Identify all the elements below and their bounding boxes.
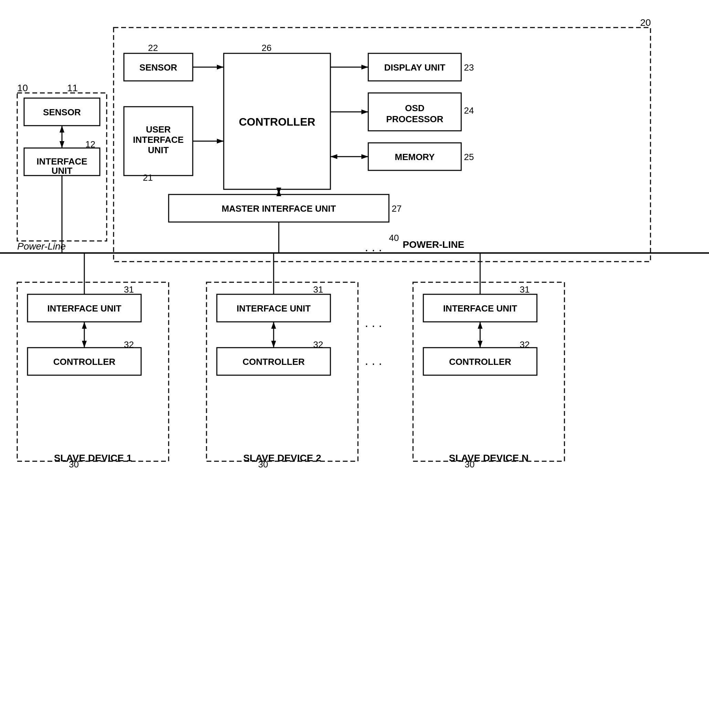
svg-text:32: 32 bbox=[313, 339, 323, 350]
svg-text:Power-Line: Power-Line bbox=[17, 241, 66, 252]
svg-rect-22 bbox=[224, 53, 330, 189]
svg-text:20: 20 bbox=[640, 17, 651, 28]
svg-text:SENSOR: SENSOR bbox=[43, 107, 81, 117]
svg-marker-41 bbox=[217, 139, 224, 143]
svg-text:CONTROLLER: CONTROLLER bbox=[243, 357, 305, 367]
svg-text:31: 31 bbox=[124, 284, 134, 295]
svg-text:32: 32 bbox=[520, 339, 530, 350]
svg-rect-2 bbox=[17, 93, 107, 241]
svg-text:SLAVE DEVICE 1: SLAVE DEVICE 1 bbox=[54, 453, 132, 463]
svg-rect-87 bbox=[413, 282, 565, 461]
svg-marker-51 bbox=[276, 189, 281, 196]
svg-text:11: 11 bbox=[67, 83, 78, 93]
svg-rect-76 bbox=[217, 294, 330, 322]
svg-text:INTERFACE UNIT: INTERFACE UNIT bbox=[47, 303, 121, 314]
svg-marker-98 bbox=[478, 341, 483, 348]
svg-text:SENSOR: SENSOR bbox=[139, 62, 177, 73]
svg-marker-43 bbox=[361, 65, 368, 70]
svg-text:31: 31 bbox=[520, 284, 530, 295]
svg-marker-13 bbox=[60, 141, 64, 148]
svg-text:30: 30 bbox=[465, 459, 475, 470]
svg-marker-70 bbox=[82, 341, 87, 348]
svg-text:22: 22 bbox=[148, 43, 158, 53]
svg-rect-17 bbox=[124, 107, 193, 175]
svg-marker-50 bbox=[276, 188, 281, 194]
svg-text:30: 30 bbox=[258, 459, 268, 470]
svg-text:UNIT: UNIT bbox=[148, 145, 169, 155]
svg-text:DISPLAY UNIT: DISPLAY UNIT bbox=[384, 62, 445, 73]
svg-marker-82 bbox=[271, 322, 276, 329]
svg-text:10: 10 bbox=[17, 83, 28, 93]
svg-text:INTERFACE UNIT: INTERFACE UNIT bbox=[236, 303, 311, 314]
svg-rect-72 bbox=[207, 282, 358, 461]
svg-text:12: 12 bbox=[85, 139, 95, 149]
svg-rect-32 bbox=[368, 143, 461, 171]
svg-rect-59 bbox=[17, 282, 169, 461]
svg-text:POWER-LINE: POWER-LINE bbox=[403, 239, 464, 250]
svg-rect-5 bbox=[24, 98, 100, 125]
svg-text:27: 27 bbox=[392, 203, 402, 214]
svg-text:. . .: . . . bbox=[365, 240, 382, 254]
svg-marker-69 bbox=[82, 322, 87, 329]
svg-text:32: 32 bbox=[124, 339, 134, 350]
svg-marker-47 bbox=[361, 154, 368, 159]
svg-text:MASTER INTERFACE UNIT: MASTER INTERFACE UNIT bbox=[222, 203, 336, 214]
svg-text:26: 26 bbox=[261, 43, 271, 53]
svg-text:INTERFACE: INTERFACE bbox=[133, 134, 184, 145]
svg-rect-35 bbox=[169, 194, 389, 222]
svg-text:23: 23 bbox=[464, 62, 474, 73]
svg-marker-45 bbox=[361, 109, 368, 114]
svg-rect-79 bbox=[217, 348, 330, 375]
svg-rect-8 bbox=[24, 148, 100, 175]
svg-rect-66 bbox=[28, 348, 141, 375]
svg-text:. . .: . . . bbox=[365, 316, 382, 330]
svg-text:24: 24 bbox=[464, 105, 474, 116]
svg-text:UNIT: UNIT bbox=[52, 166, 73, 176]
svg-text:SLAVE DEVICE 2: SLAVE DEVICE 2 bbox=[243, 453, 321, 463]
diagram-svg: 20 10 11 SENSOR 12 INTERFACE UNIT SENSOR… bbox=[0, 0, 709, 728]
svg-rect-25 bbox=[368, 53, 461, 81]
svg-text:25: 25 bbox=[464, 152, 474, 162]
svg-rect-91 bbox=[423, 294, 537, 322]
svg-text:USER: USER bbox=[146, 124, 171, 134]
svg-text:INTERFACE UNIT: INTERFACE UNIT bbox=[443, 303, 517, 314]
svg-marker-48 bbox=[330, 154, 337, 159]
svg-rect-0 bbox=[114, 28, 651, 262]
svg-rect-14 bbox=[124, 53, 193, 81]
svg-rect-94 bbox=[423, 348, 537, 375]
svg-text:INTERFACE: INTERFACE bbox=[36, 156, 87, 166]
svg-text:. . .: . . . bbox=[365, 353, 382, 368]
svg-text:PROCESSOR: PROCESSOR bbox=[386, 114, 443, 124]
svg-text:CONTROLLER: CONTROLLER bbox=[239, 116, 315, 128]
svg-rect-63 bbox=[28, 294, 141, 322]
svg-marker-97 bbox=[478, 322, 483, 329]
svg-text:40: 40 bbox=[389, 233, 399, 243]
diagram: 20 10 11 SENSOR 12 INTERFACE UNIT SENSOR… bbox=[0, 0, 709, 728]
svg-marker-39 bbox=[217, 65, 224, 70]
svg-text:SLAVE DEVICE N: SLAVE DEVICE N bbox=[449, 453, 528, 463]
svg-marker-83 bbox=[271, 341, 276, 348]
svg-text:31: 31 bbox=[313, 284, 323, 295]
svg-marker-12 bbox=[60, 125, 64, 133]
svg-text:21: 21 bbox=[143, 172, 153, 183]
svg-text:CONTROLLER: CONTROLLER bbox=[53, 357, 116, 367]
svg-text:OSD: OSD bbox=[405, 103, 425, 113]
svg-text:CONTROLLER: CONTROLLER bbox=[449, 357, 511, 367]
svg-rect-28 bbox=[368, 93, 461, 131]
svg-text:30: 30 bbox=[69, 459, 79, 470]
svg-text:MEMORY: MEMORY bbox=[395, 152, 435, 162]
